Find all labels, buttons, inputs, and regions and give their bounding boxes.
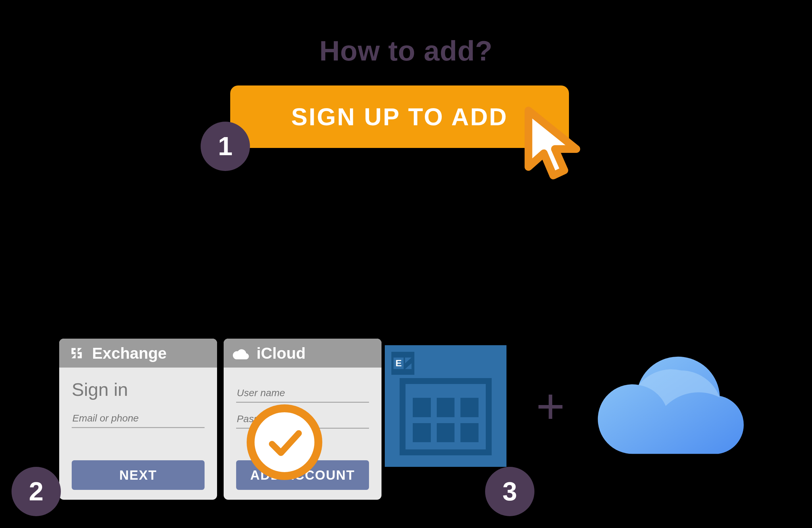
step-3: E + xyxy=(385,345,749,467)
step-badge-2: 2 xyxy=(12,467,61,516)
step-1: SIGN UP TO ADD 1 xyxy=(230,86,569,148)
step-badge-3-label: 3 xyxy=(503,476,517,507)
step-badge-3: 3 xyxy=(485,467,534,516)
svg-text:E: E xyxy=(395,358,402,368)
step-badge-1-label: 1 xyxy=(218,131,233,161)
plus-icon: + xyxy=(536,381,565,431)
icloud-card-title: iCloud xyxy=(257,344,306,362)
step-badge-2-label: 2 xyxy=(29,476,44,507)
exchange-next-button[interactable]: NEXT xyxy=(72,460,205,490)
exchange-next-button-label: NEXT xyxy=(119,468,157,482)
icloud-large-icon xyxy=(595,353,749,459)
sign-up-button[interactable]: SIGN UP TO ADD xyxy=(230,86,569,148)
step-2: Exchange Sign in NEXT iCloud ADD ACCOUNT xyxy=(59,339,381,500)
icloud-username-input[interactable] xyxy=(236,384,369,403)
exchange-calendar-icon: E xyxy=(385,345,506,467)
sign-up-button-label: SIGN UP TO ADD xyxy=(291,103,508,131)
icloud-card-header: iCloud xyxy=(223,339,381,368)
exchange-icon xyxy=(69,345,85,361)
exchange-card-title: Exchange xyxy=(92,344,167,362)
exchange-mini-logo-icon: E xyxy=(391,352,415,375)
exchange-sign-in-heading: Sign in xyxy=(72,379,205,400)
cloud-icon xyxy=(233,345,249,361)
exchange-card: Exchange Sign in NEXT xyxy=(59,339,217,500)
page-title: How to add? xyxy=(0,34,812,67)
checkmark-badge xyxy=(247,405,322,480)
cursor-icon xyxy=(513,100,598,186)
exchange-card-header: Exchange xyxy=(59,339,217,368)
step-badge-1: 1 xyxy=(201,122,250,171)
exchange-email-input[interactable] xyxy=(72,409,205,428)
checkmark-icon xyxy=(263,421,306,464)
